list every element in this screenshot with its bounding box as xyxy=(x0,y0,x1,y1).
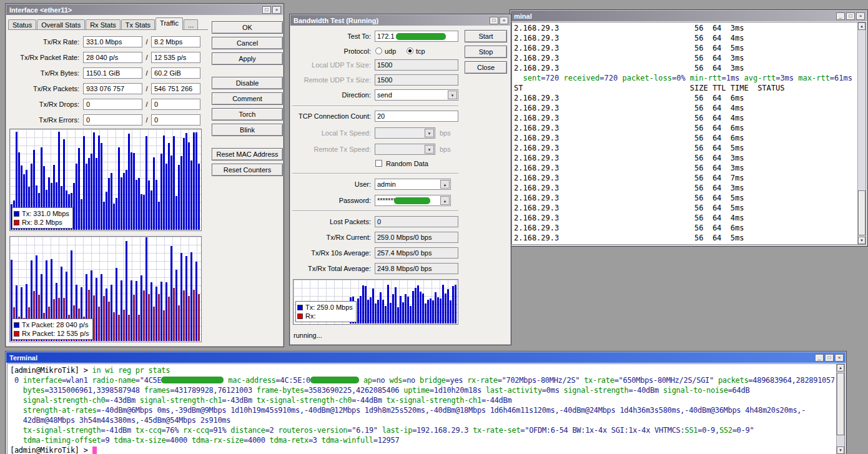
legend-color-chip xyxy=(14,331,19,337)
minimize-icon[interactable]: _ xyxy=(815,354,824,362)
legend-row: Tx: 331.0 Mbps xyxy=(14,209,69,218)
tab-tx-stats[interactable]: Tx Stats xyxy=(121,19,155,30)
rx-packet-bar xyxy=(123,310,125,341)
traffic-bar xyxy=(380,292,382,323)
stat-rx-value: 0 xyxy=(151,99,200,110)
ping-row: 2.168.29.3 56 64 3ms xyxy=(514,53,856,63)
ping-terminal-titlebar[interactable]: minal _ □ × xyxy=(511,11,867,21)
tx-packet-bar xyxy=(145,237,147,341)
maximize-icon[interactable]: □ xyxy=(846,12,855,20)
chevron-up-icon[interactable]: ▲ xyxy=(440,180,450,189)
stat-tx-value: 0 xyxy=(83,99,142,110)
torch-button[interactable]: Torch xyxy=(212,108,283,121)
direction-select[interactable]: send ▼ xyxy=(375,89,458,101)
traffic-bar xyxy=(430,299,432,323)
radio-udp[interactable] xyxy=(375,47,382,54)
user-input[interactable]: admin ▲ xyxy=(375,179,451,190)
close-button[interactable]: Close xyxy=(465,61,507,74)
ping-row: 2.168.29.3 56 64 5ms xyxy=(514,143,856,153)
start-button[interactable]: Start xyxy=(465,30,507,42)
tcp-connection-count-input[interactable]: 20 xyxy=(375,111,458,122)
traffic-bar xyxy=(407,297,409,323)
rx-packet-bar xyxy=(113,312,115,341)
minimize-icon[interactable]: _ xyxy=(836,12,845,20)
stat-row-tx-rx-rate: Tx/Rx Rate:331.0 Mbps/8.2 Mbps xyxy=(8,36,205,47)
cancel-button[interactable]: Cancel xyxy=(212,37,283,49)
rx-packet-bar xyxy=(93,295,95,341)
traffic-bar xyxy=(362,285,364,323)
apply-button[interactable]: Apply xyxy=(212,52,283,65)
blink-button[interactable]: Blink xyxy=(212,124,283,136)
stat-label: Tx/Rx Rate: xyxy=(8,38,83,46)
tab-traffic[interactable]: Traffic xyxy=(155,17,183,30)
redaction-scribble xyxy=(394,197,430,204)
legend-color-chip xyxy=(297,313,303,319)
test-to-input[interactable]: 172.1 xyxy=(375,31,458,42)
chevron-down-icon[interactable]: ▼ xyxy=(448,91,457,99)
rx-packet-bar xyxy=(148,294,150,341)
remote-tx-speed-unit: bps xyxy=(440,144,451,155)
random-data-label: Random Data xyxy=(386,158,428,169)
traffic-bar xyxy=(93,132,95,230)
close-icon[interactable]: × xyxy=(500,17,508,24)
maximize-icon[interactable]: □ xyxy=(262,6,271,14)
scroll-thumb[interactable] xyxy=(837,373,844,435)
remote-udp-size-input: 1500 xyxy=(375,74,458,86)
tab-overall-stats[interactable]: Overall Stats xyxy=(37,19,85,30)
terminal-titlebar[interactable]: Terminal _ □ × xyxy=(6,352,846,363)
close-icon[interactable]: × xyxy=(856,12,865,20)
stat-label: Tx/Rx Bytes: xyxy=(8,69,83,77)
bandwidth-buttons: StartStopClose xyxy=(465,30,507,74)
legend-row: Tx Packet: 28 040 p/s xyxy=(14,320,89,329)
close-icon[interactable]: × xyxy=(272,6,281,14)
reset-counters-button[interactable]: Reset Counters xyxy=(212,164,283,176)
bandwidth-titlebar[interactable]: Bandwidth Test (Running) □ × xyxy=(290,15,510,26)
tab-more[interactable]: ... xyxy=(184,19,198,30)
scroll-up-icon[interactable]: ▲ xyxy=(858,22,866,30)
traffic-bar xyxy=(116,198,117,230)
traffic-bar xyxy=(447,289,449,323)
packet-graph-legend: Tx Packet: 28 040 p/sRx Packet: 12 535 p… xyxy=(12,318,93,340)
rx-packet-bar xyxy=(143,290,145,341)
terminal-scrollbar[interactable]: ▲ ▼ xyxy=(836,364,844,454)
radio-tcp[interactable] xyxy=(407,47,413,54)
direction-label: Direction: xyxy=(290,89,371,101)
rx-packet-bar xyxy=(108,302,110,341)
ping-output: 2.168.29.3 56 64 3ms2.168.29.3 56 64 4ms… xyxy=(514,23,856,244)
traffic-bar xyxy=(193,132,195,230)
password-input[interactable]: ******** ▲ xyxy=(375,195,451,206)
comment-button[interactable]: Comment xyxy=(212,92,283,105)
tab-status[interactable]: Status xyxy=(8,19,36,30)
traffic-bar xyxy=(425,303,427,323)
ping-row: 2.168.29.3 56 64 4ms xyxy=(514,213,856,223)
terminal-line: tx-signal-strength=-41dBm tx-ccq=76% rx-… xyxy=(10,425,834,435)
traffic-bar xyxy=(183,138,185,230)
scroll-down-icon[interactable]: ▼ xyxy=(858,237,866,244)
reset-mac-address-button[interactable]: Reset MAC Address xyxy=(212,148,283,160)
local-tx-speed-label: Local Tx Speed: xyxy=(290,127,371,139)
redaction-scribble xyxy=(396,33,446,40)
maximize-icon[interactable]: □ xyxy=(490,17,498,24)
bandwidth-test-window: Bandwidth Test (Running) □ × Test To: 17… xyxy=(289,14,511,345)
stat-separator: / xyxy=(142,101,151,108)
txrx-10s-average-value: 257.4 Mbps/0 bps xyxy=(375,247,458,259)
tx-packet-bar xyxy=(195,262,197,341)
terminal-line: strength-at-rates=-40dBm@6Mbps 0ms,-39dB… xyxy=(10,405,834,415)
chevron-up-icon[interactable]: ▲ xyxy=(440,196,450,205)
scroll-thumb[interactable] xyxy=(858,190,866,235)
disable-button[interactable]: Disable xyxy=(212,77,283,89)
scroll-down-icon[interactable]: ▼ xyxy=(837,447,844,454)
stop-button[interactable]: Stop xyxy=(465,46,507,58)
traffic-bar xyxy=(185,133,187,230)
maximize-icon[interactable]: □ xyxy=(825,354,834,362)
stat-rx-value: 8.2 Mbps xyxy=(151,36,200,47)
interface-titlebar[interactable]: Interface <ether11> □ × xyxy=(6,4,283,15)
traffic-bar xyxy=(420,292,422,323)
ok-button[interactable]: OK xyxy=(212,21,283,34)
random-data-checkbox[interactable] xyxy=(375,160,382,167)
ping-terminal-scrollbar[interactable]: ▲ ▼ xyxy=(857,22,866,244)
scroll-up-icon[interactable]: ▲ xyxy=(837,364,844,372)
traffic-bar xyxy=(382,300,384,323)
tab-rx-stats[interactable]: Rx Stats xyxy=(86,19,121,30)
close-icon[interactable]: × xyxy=(835,354,844,362)
